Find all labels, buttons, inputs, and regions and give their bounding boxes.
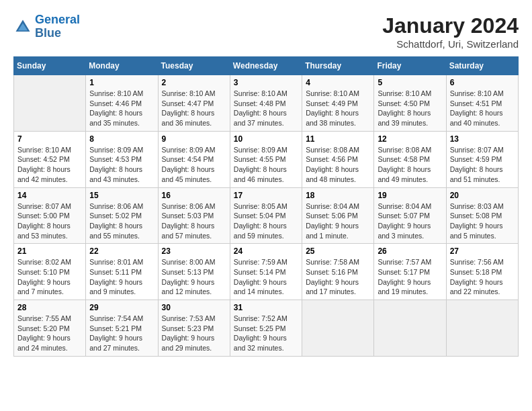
- day-number: 10: [234, 134, 298, 144]
- day-number: 13: [450, 134, 515, 144]
- day-number: 22: [89, 246, 154, 256]
- day-number: 7: [17, 134, 82, 144]
- day-number: 27: [450, 246, 515, 256]
- calendar-cell: [374, 300, 446, 357]
- calendar-cell: 10Sunrise: 8:09 AMSunset: 4:55 PMDayligh…: [230, 131, 302, 187]
- day-number: 16: [162, 191, 226, 200]
- day-info: Sunrise: 7:55 AMSunset: 5:20 PMDaylight:…: [17, 314, 82, 353]
- day-info: Sunrise: 8:08 AMSunset: 4:58 PMDaylight:…: [378, 145, 442, 185]
- calendar-cell: 21Sunrise: 8:02 AMSunset: 5:10 PMDayligh…: [14, 244, 86, 300]
- day-number: 29: [89, 303, 154, 312]
- day-number: 11: [306, 134, 370, 144]
- page-header: General Blue January 2024 Schattdorf, Ur…: [13, 13, 519, 50]
- day-number: 23: [162, 246, 226, 256]
- day-number: 2: [162, 78, 226, 87]
- day-number: 24: [234, 246, 298, 256]
- day-info: Sunrise: 8:06 AMSunset: 5:02 PMDaylight:…: [89, 201, 154, 241]
- title-block: January 2024 Schattdorf, Uri, Switzerlan…: [382, 13, 519, 50]
- calendar-week-row: 14Sunrise: 8:07 AMSunset: 5:00 PMDayligh…: [14, 187, 519, 244]
- calendar-cell: 8Sunrise: 8:09 AMSunset: 4:53 PMDaylight…: [86, 131, 158, 187]
- calendar-subtitle: Schattdorf, Uri, Switzerland: [382, 38, 519, 50]
- day-info: Sunrise: 8:09 AMSunset: 4:55 PMDaylight:…: [234, 145, 298, 185]
- day-info: Sunrise: 7:57 AMSunset: 5:17 PMDaylight:…: [378, 257, 442, 297]
- calendar-week-row: 1Sunrise: 8:10 AMSunset: 4:46 PMDaylight…: [14, 75, 519, 132]
- weekday-header: Wednesday: [230, 57, 302, 75]
- logo-line2: Blue: [35, 26, 61, 40]
- day-number: 8: [89, 134, 154, 144]
- calendar-cell: 6Sunrise: 8:10 AMSunset: 4:51 PMDaylight…: [446, 75, 518, 132]
- calendar-cell: 26Sunrise: 7:57 AMSunset: 5:17 PMDayligh…: [374, 244, 446, 300]
- calendar-cell: 24Sunrise: 7:59 AMSunset: 5:14 PMDayligh…: [230, 244, 302, 300]
- calendar-week-row: 7Sunrise: 8:10 AMSunset: 4:52 PMDaylight…: [14, 131, 519, 187]
- day-number: 5: [378, 78, 442, 87]
- day-number: 28: [17, 303, 82, 312]
- day-info: Sunrise: 8:07 AMSunset: 4:59 PMDaylight:…: [450, 145, 515, 185]
- day-info: Sunrise: 7:54 AMSunset: 5:21 PMDaylight:…: [89, 314, 154, 353]
- calendar-cell: 4Sunrise: 8:10 AMSunset: 4:49 PMDaylight…: [302, 75, 374, 132]
- day-number: 6: [450, 78, 515, 87]
- day-number: 26: [378, 246, 442, 256]
- day-number: 4: [306, 78, 370, 87]
- day-info: Sunrise: 8:02 AMSunset: 5:10 PMDaylight:…: [17, 257, 82, 297]
- calendar-cell: 1Sunrise: 8:10 AMSunset: 4:46 PMDaylight…: [86, 75, 158, 132]
- calendar-cell: 29Sunrise: 7:54 AMSunset: 5:21 PMDayligh…: [86, 300, 158, 357]
- weekday-header: Thursday: [302, 57, 374, 75]
- day-number: 14: [17, 191, 82, 200]
- day-info: Sunrise: 8:09 AMSunset: 4:53 PMDaylight:…: [89, 145, 154, 185]
- day-number: 12: [378, 134, 442, 144]
- calendar-title: January 2024: [382, 13, 519, 38]
- day-info: Sunrise: 7:52 AMSunset: 5:25 PMDaylight:…: [234, 314, 298, 353]
- calendar-cell: 17Sunrise: 8:05 AMSunset: 5:04 PMDayligh…: [230, 187, 302, 244]
- calendar-cell: 2Sunrise: 8:10 AMSunset: 4:47 PMDaylight…: [158, 75, 230, 132]
- day-number: 30: [162, 303, 226, 312]
- day-number: 18: [306, 191, 370, 200]
- calendar-cell: 23Sunrise: 8:00 AMSunset: 5:13 PMDayligh…: [158, 244, 230, 300]
- weekday-header: Tuesday: [158, 57, 230, 75]
- day-number: 9: [162, 134, 226, 144]
- logo-line1: General: [35, 13, 80, 26]
- day-number: 21: [17, 246, 82, 256]
- day-info: Sunrise: 8:07 AMSunset: 5:00 PMDaylight:…: [17, 201, 82, 241]
- calendar-cell: 27Sunrise: 7:56 AMSunset: 5:18 PMDayligh…: [446, 244, 518, 300]
- day-info: Sunrise: 7:58 AMSunset: 5:16 PMDaylight:…: [306, 257, 370, 297]
- day-info: Sunrise: 8:04 AMSunset: 5:06 PMDaylight:…: [306, 201, 370, 241]
- calendar-cell: 14Sunrise: 8:07 AMSunset: 5:00 PMDayligh…: [14, 187, 86, 244]
- day-number: 3: [234, 78, 298, 87]
- day-info: Sunrise: 7:59 AMSunset: 5:14 PMDaylight:…: [234, 257, 298, 297]
- calendar-cell: 9Sunrise: 8:09 AMSunset: 4:54 PMDaylight…: [158, 131, 230, 187]
- logo-icon: [13, 17, 32, 36]
- day-info: Sunrise: 8:10 AMSunset: 4:47 PMDaylight:…: [162, 89, 226, 128]
- day-info: Sunrise: 8:10 AMSunset: 4:51 PMDaylight:…: [450, 89, 515, 128]
- calendar-cell: 31Sunrise: 7:52 AMSunset: 5:25 PMDayligh…: [230, 300, 302, 357]
- day-info: Sunrise: 8:10 AMSunset: 4:52 PMDaylight:…: [17, 145, 82, 185]
- calendar-cell: 30Sunrise: 7:53 AMSunset: 5:23 PMDayligh…: [158, 300, 230, 357]
- day-number: 20: [450, 191, 515, 200]
- day-info: Sunrise: 8:04 AMSunset: 5:07 PMDaylight:…: [378, 201, 442, 241]
- day-info: Sunrise: 8:10 AMSunset: 4:48 PMDaylight:…: [234, 89, 298, 128]
- day-info: Sunrise: 8:10 AMSunset: 4:49 PMDaylight:…: [306, 89, 370, 128]
- day-number: 15: [89, 191, 154, 200]
- calendar-table: SundayMondayTuesdayWednesdayThursdayFrid…: [13, 56, 519, 357]
- calendar-cell: 19Sunrise: 8:04 AMSunset: 5:07 PMDayligh…: [374, 187, 446, 244]
- calendar-cell: 16Sunrise: 8:06 AMSunset: 5:03 PMDayligh…: [158, 187, 230, 244]
- day-number: 25: [306, 246, 370, 256]
- logo: General Blue: [13, 13, 80, 40]
- calendar-cell: 7Sunrise: 8:10 AMSunset: 4:52 PMDaylight…: [14, 131, 86, 187]
- calendar-cell: 5Sunrise: 8:10 AMSunset: 4:50 PMDaylight…: [374, 75, 446, 132]
- calendar-cell: 22Sunrise: 8:01 AMSunset: 5:11 PMDayligh…: [86, 244, 158, 300]
- calendar-cell: [302, 300, 374, 357]
- calendar-cell: 3Sunrise: 8:10 AMSunset: 4:48 PMDaylight…: [230, 75, 302, 132]
- day-info: Sunrise: 8:10 AMSunset: 4:50 PMDaylight:…: [378, 89, 442, 128]
- day-info: Sunrise: 8:10 AMSunset: 4:46 PMDaylight:…: [89, 89, 154, 128]
- calendar-cell: 11Sunrise: 8:08 AMSunset: 4:56 PMDayligh…: [302, 131, 374, 187]
- weekday-header: Saturday: [446, 57, 518, 75]
- calendar-cell: 25Sunrise: 7:58 AMSunset: 5:16 PMDayligh…: [302, 244, 374, 300]
- day-info: Sunrise: 8:06 AMSunset: 5:03 PMDaylight:…: [162, 201, 226, 241]
- calendar-cell: [14, 75, 86, 132]
- day-number: 19: [378, 191, 442, 200]
- calendar-week-row: 28Sunrise: 7:55 AMSunset: 5:20 PMDayligh…: [14, 300, 519, 357]
- calendar-cell: 15Sunrise: 8:06 AMSunset: 5:02 PMDayligh…: [86, 187, 158, 244]
- weekday-header-row: SundayMondayTuesdayWednesdayThursdayFrid…: [14, 57, 519, 75]
- calendar-cell: 13Sunrise: 8:07 AMSunset: 4:59 PMDayligh…: [446, 131, 518, 187]
- day-info: Sunrise: 8:08 AMSunset: 4:56 PMDaylight:…: [306, 145, 370, 185]
